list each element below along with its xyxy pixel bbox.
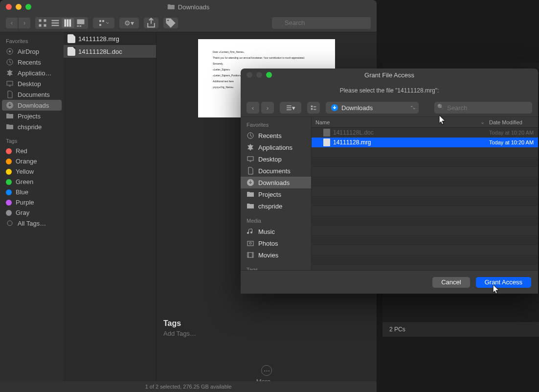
view-mode-button[interactable]: ☰▾ (280, 102, 301, 114)
back-button[interactable]: ‹ (247, 102, 259, 114)
sidebar-item-recents[interactable]: Recents (241, 130, 311, 141)
sidebar-tag-orange[interactable]: Orange (0, 156, 64, 166)
empty-row (312, 186, 538, 196)
svg-point-18 (9, 50, 11, 52)
grant-access-button[interactable]: Grant Access (476, 277, 531, 288)
sidebar-tag-yellow[interactable]: Yellow (0, 166, 64, 177)
column-view-button[interactable] (62, 18, 74, 28)
sidebar-tag-red[interactable]: Red (0, 146, 64, 156)
empty-row (312, 216, 538, 226)
sidebar-item-chspride[interactable]: chspride (241, 200, 311, 212)
svg-point-22 (7, 221, 12, 226)
favorites-header: Favorites (0, 36, 64, 46)
airdrop-icon (6, 47, 14, 55)
sidebar-item-applications[interactable]: Applications (241, 141, 311, 153)
music-icon (247, 228, 254, 235)
sidebar-item-airdrop[interactable]: AirDrop (0, 46, 64, 57)
svg-rect-23 (311, 106, 313, 108)
status-bar: 1 of 2 selected, 276.25 GB available (0, 381, 377, 392)
empty-row (312, 167, 538, 177)
svg-rect-25 (314, 106, 316, 107)
column-date[interactable]: Date Modified (489, 119, 538, 125)
tag-dot-icon (6, 169, 12, 175)
minimize-icon[interactable] (256, 72, 262, 78)
folder-icon (6, 123, 14, 131)
sidebar-tag-gray[interactable]: Gray (0, 208, 64, 218)
file-row[interactable]: 14111128L.doc (64, 45, 156, 58)
documents-icon (247, 167, 254, 175)
tag-dot-icon (6, 210, 12, 216)
action-button[interactable]: ⚙︎▾ (119, 18, 139, 28)
back-button[interactable]: ‹ (6, 18, 18, 28)
finder-sidebar: Favorites AirDrop Recents Applicatio… De… (0, 32, 64, 392)
search-input[interactable] (272, 17, 371, 29)
file-row[interactable]: 14111128.mrg (64, 32, 156, 45)
close-icon[interactable] (247, 72, 252, 78)
dialog-toolbar: ‹ › ☰▾ Downloads (241, 99, 538, 116)
share-button[interactable] (144, 18, 158, 28)
sidebar-item-projects[interactable]: Projects (241, 188, 311, 200)
cancel-button[interactable]: Cancel (432, 277, 470, 288)
file-row[interactable]: 14111128.mrgToday at 10:20 AM (312, 138, 538, 147)
svg-rect-4 (52, 20, 59, 21)
sidebar-item-desktop[interactable]: Desktop (241, 153, 311, 165)
location-selector[interactable]: Downloads (326, 102, 419, 114)
empty-row (312, 235, 538, 245)
list-view-button[interactable] (49, 18, 62, 28)
sidebar-item-recents[interactable]: Recents (0, 57, 64, 68)
sidebar-item-photos[interactable]: Photos (241, 237, 311, 249)
downloads-icon (6, 101, 14, 109)
traffic-lights (6, 4, 31, 10)
maximize-icon[interactable] (25, 4, 31, 10)
tags-title: Tags (163, 319, 196, 328)
sidebar-item-all-tags[interactable]: All Tags… (0, 218, 64, 229)
svg-rect-8 (67, 19, 69, 26)
finder-titlebar: Downloads (0, 0, 377, 14)
maximize-icon[interactable] (266, 72, 272, 78)
forward-button[interactable]: › (261, 102, 274, 114)
icon-view-button[interactable] (36, 18, 49, 28)
tag-dot-icon (6, 148, 12, 154)
forward-button[interactable]: › (19, 18, 30, 28)
close-icon[interactable] (6, 4, 12, 10)
search-wrap (272, 17, 371, 29)
sidebar-item-documents[interactable]: Documents (0, 89, 64, 100)
apps-icon (6, 69, 14, 77)
gallery-view-button[interactable] (74, 18, 87, 28)
view-switcher[interactable] (35, 17, 88, 29)
list-header[interactable]: Name ⌄ Date Modified (312, 117, 538, 128)
arrange-button[interactable] (93, 18, 114, 28)
add-tags-field[interactable]: Add Tags… (163, 330, 196, 337)
search-input[interactable] (434, 102, 532, 114)
sidebar-tag-blue[interactable]: Blue (0, 187, 64, 197)
clock-icon (6, 58, 14, 66)
empty-row (312, 265, 538, 270)
sidebar-item-music[interactable]: Music (241, 226, 311, 237)
group-button[interactable] (307, 102, 320, 114)
dialog-footer: Cancel Grant Access (241, 270, 538, 294)
sidebar-item-applications[interactable]: Applicatio… (0, 68, 64, 78)
sidebar-item-chspride[interactable]: chspride (0, 121, 64, 132)
empty-row (312, 177, 538, 186)
folder-icon (167, 3, 175, 11)
apps-icon (247, 143, 254, 151)
sidebar-item-projects[interactable]: Projects (0, 111, 64, 121)
svg-rect-3 (44, 24, 46, 26)
svg-rect-7 (65, 19, 67, 26)
sidebar-item-downloads[interactable]: Downloads (241, 177, 311, 188)
tag-button[interactable] (163, 18, 178, 28)
finder-toolbar: ‹ › ⚙︎▾ (0, 14, 377, 32)
sidebar-tag-purple[interactable]: Purple (0, 197, 64, 208)
sidebar-item-documents[interactable]: Documents (241, 165, 311, 177)
minimize-icon[interactable] (16, 4, 22, 10)
svg-rect-11 (77, 25, 79, 27)
svg-rect-13 (99, 20, 101, 22)
sidebar-tag-green[interactable]: Green (0, 177, 64, 187)
column-name[interactable]: Name (312, 119, 480, 125)
sidebar-item-desktop[interactable]: Desktop (0, 78, 64, 89)
sidebar-item-downloads[interactable]: Downloads (2, 100, 62, 111)
sidebar-item-movies[interactable]: Movies (241, 249, 311, 261)
tag-dot-icon (6, 200, 12, 206)
empty-row (312, 147, 538, 157)
tags-header: Tags (241, 265, 311, 270)
